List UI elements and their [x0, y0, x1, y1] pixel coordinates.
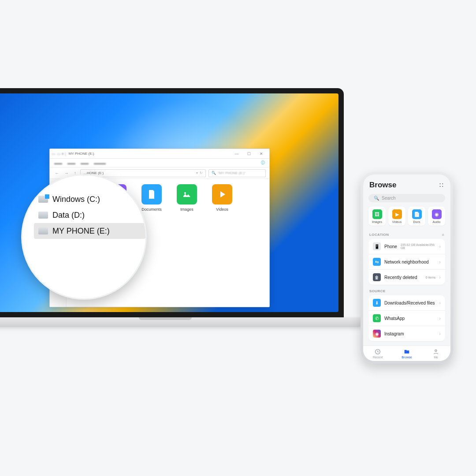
section-header-location: LOCATION	[369, 233, 389, 237]
nav-me[interactable]: Me	[421, 346, 450, 361]
section-header-source: SOURCE	[369, 289, 444, 293]
list-item[interactable]: ◉Instagram›	[368, 326, 445, 341]
category-tiles: 🖼Images▶Videos📄Docs◉Audio	[363, 207, 450, 231]
source-card: ⬇Downloads/Received files›✆WhatsApp›◉Ins…	[368, 295, 445, 341]
list-item[interactable]: ⇆Network neighborhood›	[368, 254, 445, 269]
list-item[interactable]: 🗑Recently deleted0 items›	[368, 269, 445, 285]
svg-rect-3	[150, 195, 153, 196]
chevron-right-icon: ›	[439, 259, 441, 264]
phone-search-input[interactable]: 🔍 Search	[368, 194, 445, 202]
drive-magnifier-callout: Windows (C:)Data (D:)MY PHONE (E:)	[21, 174, 147, 300]
drive-icon	[38, 227, 48, 234]
row-icon: ⇆	[373, 258, 381, 266]
row-icon: ✆	[373, 314, 381, 322]
chevron-right-icon: ›	[439, 331, 441, 336]
search-placeholder: "MY PHONE (E:)"	[218, 171, 245, 175]
tile-audio[interactable]: ◉Audio	[428, 207, 445, 226]
chevron-right-icon: ›	[439, 244, 441, 249]
minimize-button[interactable]: —	[231, 149, 243, 158]
folder-documents[interactable]: Documents	[140, 184, 164, 212]
search-placeholder: Search	[382, 196, 396, 201]
svg-point-4	[184, 192, 186, 194]
search-icon: 🔍	[374, 196, 379, 201]
nav-browse[interactable]: Browse	[392, 346, 421, 361]
drive-item[interactable]: Windows (C:)	[34, 191, 145, 207]
phone-mockup: Browse ∷ 🔍 Search 🖼Images▶Videos📄Docs◉Au…	[361, 172, 453, 364]
laptop-base	[0, 317, 365, 327]
page-title: Browse	[369, 181, 396, 190]
svg-point-6	[435, 350, 437, 352]
window-title: MY PHONE (E:)	[66, 152, 231, 156]
drive-item[interactable]: Data (D:)	[34, 207, 145, 223]
nav-forward-button[interactable]: →	[63, 171, 70, 175]
chevron-right-icon: ›	[439, 316, 441, 321]
drive-item[interactable]: MY PHONE (E:)	[34, 223, 145, 239]
row-icon: 📱	[373, 242, 381, 250]
menu-dots-icon[interactable]: ∷	[439, 182, 444, 189]
list-item[interactable]: ✆WhatsApp›	[368, 310, 445, 326]
row-icon: ⬇	[373, 299, 381, 307]
list-item[interactable]: 📱Phone235.62 GB Available/256 GB›	[368, 239, 445, 254]
window-titlebar[interactable]: ▭ ▭ ▾ | MY PHONE (E:) — ☐ ✕	[50, 149, 269, 159]
maximize-button[interactable]: ☐	[243, 149, 255, 158]
tile-videos[interactable]: ▶Videos	[388, 207, 405, 226]
nav-recent[interactable]: Recent	[363, 346, 392, 361]
drive-icon	[38, 196, 48, 203]
row-icon: 🗑	[373, 273, 381, 281]
close-button[interactable]: ✕	[255, 149, 268, 158]
folder-images[interactable]: Images	[175, 184, 199, 212]
bottom-nav: RecentBrowseMe	[363, 346, 450, 361]
tile-docs[interactable]: 📄Docs	[408, 207, 425, 226]
explorer-search-input[interactable]: 🔍 "MY PHONE (E:)"	[208, 169, 266, 177]
nav-back-button[interactable]: ←	[53, 171, 60, 175]
location-card: 📱Phone235.62 GB Available/256 GB›⇆Networ…	[368, 239, 445, 285]
row-icon: ◉	[373, 330, 381, 338]
storage-icon[interactable]: ⌂	[442, 233, 444, 237]
chevron-right-icon: ›	[439, 275, 441, 280]
folder-videos[interactable]: Videos	[210, 184, 234, 212]
phone-screen: Browse ∷ 🔍 Search 🖼Images▶Videos📄Docs◉Au…	[363, 175, 450, 361]
titlebar-icons: ▭ ▭ ▾ |	[52, 152, 66, 156]
search-icon: 🔍	[212, 171, 216, 175]
phone-header: Browse ∷	[363, 175, 450, 192]
svg-rect-2	[150, 193, 153, 194]
chevron-right-icon: ›	[439, 300, 441, 305]
drive-icon	[38, 212, 48, 219]
ribbon-menu[interactable]: ▬▬▬▬▬▬▬▬▬ ⓘ	[50, 159, 269, 167]
tile-images[interactable]: 🖼Images	[368, 207, 386, 226]
list-item[interactable]: ⬇Downloads/Received files›	[368, 295, 445, 310]
